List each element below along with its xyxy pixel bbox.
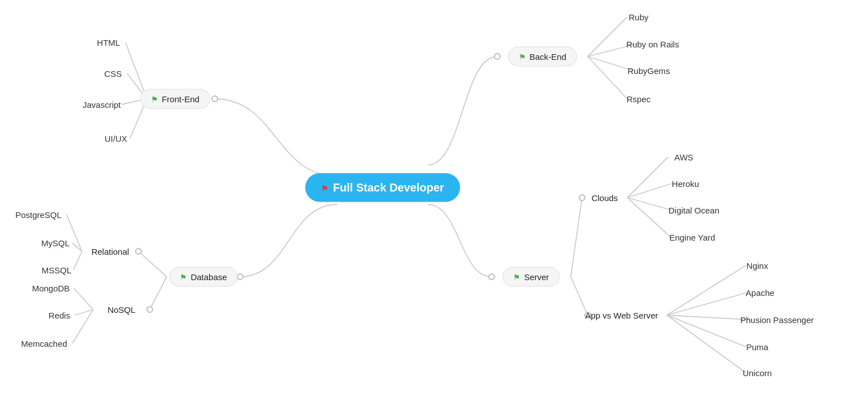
leaf-phusion: Phusion Passenger — [740, 314, 814, 326]
svg-point-2 — [237, 274, 243, 280]
subbranch-relational: Relational — [92, 247, 129, 256]
leaf-apache: Apache — [746, 287, 775, 299]
branch-frontend-label: Front-End — [162, 94, 199, 104]
branch-server-label: Server — [524, 272, 549, 282]
flag-backend — [519, 52, 526, 62]
svg-point-0 — [212, 96, 218, 102]
svg-point-3 — [136, 249, 141, 254]
leaf-postgresql: PostgreSQL — [15, 209, 62, 221]
branch-database[interactable]: Database — [169, 267, 237, 287]
leaf-uiux: UI/UX — [105, 133, 127, 145]
leaf-aws: AWS — [674, 151, 693, 163]
subbranch-nosql: NoSQL — [107, 305, 135, 315]
subbranch-appvswebserver: App vs Web Server — [585, 311, 658, 320]
leaf-css: CSS — [105, 68, 122, 80]
branch-backend[interactable]: Back-End — [508, 47, 577, 67]
leaf-puma: Puma — [746, 341, 768, 353]
leaf-digitalocean: Digital Ocean — [669, 204, 719, 216]
leaf-engineyard: Engine Yard — [669, 232, 715, 243]
leaf-memcached: Memcached — [21, 338, 67, 350]
branch-frontend[interactable]: Front-End — [140, 89, 210, 109]
leaf-mongodb: MongoDB — [32, 282, 70, 294]
center-node: Full Stack Developer — [305, 173, 460, 202]
leaf-html: HTML — [97, 37, 120, 49]
svg-point-1 — [494, 54, 500, 59]
branch-server[interactable]: Server — [502, 267, 559, 287]
leaf-heroku: Heroku — [672, 178, 699, 190]
branch-database-label: Database — [190, 272, 227, 282]
leaf-mssql: MSSQL — [42, 264, 72, 276]
leaf-javascript: Javascript — [83, 99, 121, 111]
leaf-rubygems: RubyGems — [627, 65, 670, 77]
center-label: Full Stack Developer — [305, 173, 460, 202]
leaf-mysql: MySQL — [41, 237, 70, 249]
subbranch-relational-label: Relational — [92, 247, 129, 256]
subbranch-appvswebserver-label: App vs Web Server — [585, 311, 658, 320]
leaf-ruby: Ruby — [628, 11, 648, 23]
leaf-rspec: Rspec — [627, 93, 651, 105]
center-text: Full Stack Developer — [333, 181, 444, 194]
subbranch-nosql-label: NoSQL — [107, 305, 135, 315]
flag-database — [180, 272, 187, 282]
flag-frontend — [151, 94, 158, 104]
flag-icon-center — [321, 181, 328, 194]
svg-point-4 — [147, 307, 153, 312]
subbranch-clouds: Clouds — [592, 193, 618, 203]
subbranch-clouds-label: Clouds — [592, 193, 618, 203]
branch-backend-label: Back-End — [530, 52, 566, 62]
leaf-nginx: Nginx — [747, 260, 768, 272]
svg-point-5 — [489, 274, 494, 280]
flag-server — [513, 272, 520, 282]
svg-point-6 — [579, 195, 585, 200]
leaf-unicorn: Unicorn — [743, 367, 772, 379]
leaf-ror: Ruby on Rails — [626, 38, 679, 50]
leaf-redis: Redis — [49, 310, 70, 321]
